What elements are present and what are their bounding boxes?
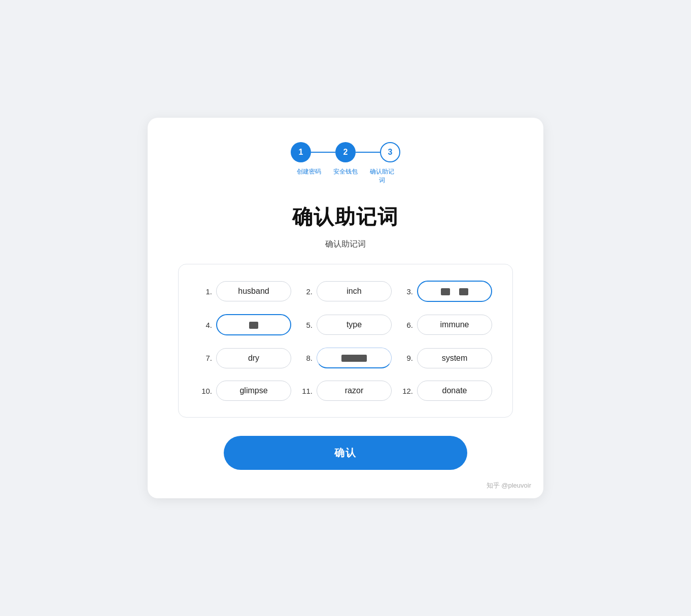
- step-3-label: 确认助记词: [364, 167, 400, 185]
- stepper: 1 2 3 创建密码 安全钱包 确认助记词: [178, 142, 513, 185]
- word-number-8: 8.: [299, 354, 313, 362]
- stepper-circles: 1 2 3: [291, 142, 400, 162]
- step-2-label: 安全钱包: [327, 167, 364, 176]
- watermark: 知乎 @pleuvoir: [487, 481, 531, 490]
- page-title: 确认助记词: [178, 203, 513, 231]
- step-1-label: 创建密码: [291, 167, 327, 176]
- word-item-5: 5. type: [299, 314, 392, 335]
- word-pill-4[interactable]: [216, 314, 291, 335]
- word-number-12: 12.: [400, 387, 413, 395]
- word-pill-3[interactable]: [417, 281, 492, 302]
- word-grid: 1. husband 2. inch 3. 4.: [199, 281, 492, 401]
- word-pill-2[interactable]: inch: [317, 281, 392, 301]
- step-1-circle: 1: [291, 142, 311, 162]
- word-number-10: 10.: [199, 387, 212, 395]
- word-pill-1[interactable]: husband: [216, 281, 291, 301]
- word-pill-5[interactable]: type: [317, 315, 392, 335]
- word-number-1: 1.: [199, 287, 212, 296]
- word-grid-box: 1. husband 2. inch 3. 4.: [178, 264, 513, 418]
- word-pill-9[interactable]: system: [417, 348, 492, 368]
- main-card: 1 2 3 创建密码 安全钱包 确认助记词 确认助记词 确认助记词 1. hus…: [148, 118, 543, 498]
- redacted-icon-4: [249, 322, 258, 329]
- word-item-4: 4.: [199, 314, 291, 335]
- page-subtitle: 确认助记词: [178, 239, 513, 250]
- word-pill-10[interactable]: glimpse: [216, 381, 291, 401]
- step-line-2: [356, 152, 380, 153]
- word-pill-6[interactable]: immune: [417, 315, 492, 335]
- redacted-icon-8: [341, 355, 367, 362]
- step-3-circle: 3: [380, 142, 400, 162]
- word-item-10: 10. glimpse: [199, 381, 291, 401]
- redacted-icon-3a: [441, 288, 450, 295]
- word-item-9: 9. system: [400, 348, 492, 368]
- word-item-12: 12. donate: [400, 381, 492, 401]
- word-item-6: 6. immune: [400, 314, 492, 335]
- word-item-7: 7. dry: [199, 348, 291, 368]
- word-pill-8[interactable]: [317, 348, 392, 368]
- stepper-labels: 创建密码 安全钱包 确认助记词: [291, 167, 400, 185]
- word-item-8: 8.: [299, 348, 392, 368]
- step-line-1: [311, 152, 335, 153]
- word-item-1: 1. husband: [199, 281, 291, 302]
- word-item-11: 11. razor: [299, 381, 392, 401]
- step-2-circle: 2: [335, 142, 356, 162]
- confirm-button[interactable]: 确认: [224, 436, 467, 470]
- word-number-9: 9.: [400, 354, 413, 362]
- word-pill-12[interactable]: donate: [417, 381, 492, 401]
- word-number-4: 4.: [199, 321, 212, 329]
- word-number-2: 2.: [299, 287, 313, 296]
- word-item-3: 3.: [400, 281, 492, 302]
- word-number-11: 11.: [299, 387, 313, 395]
- word-number-3: 3.: [400, 287, 413, 296]
- word-pill-7[interactable]: dry: [216, 348, 291, 368]
- word-number-6: 6.: [400, 321, 413, 329]
- redacted-icon-3b: [459, 288, 468, 295]
- word-pill-11[interactable]: razor: [317, 381, 392, 401]
- word-number-7: 7.: [199, 354, 212, 362]
- word-number-5: 5.: [299, 321, 313, 329]
- word-item-2: 2. inch: [299, 281, 392, 302]
